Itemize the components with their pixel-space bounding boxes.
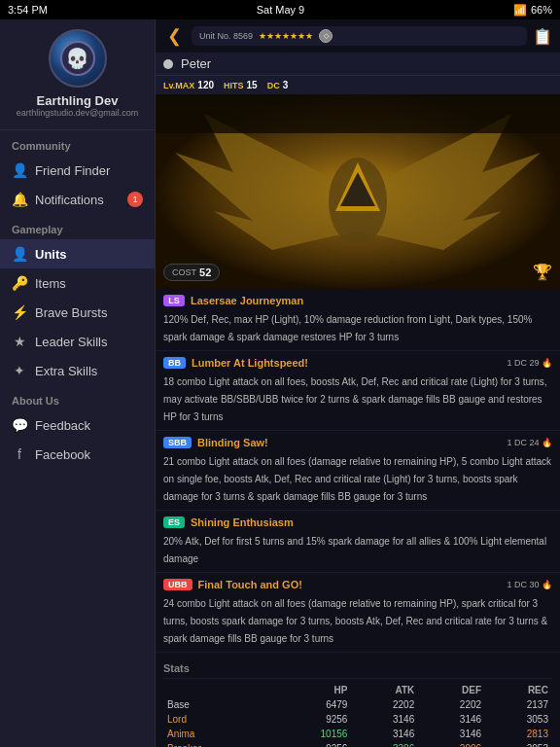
- status-time: 3:54 PM: [8, 4, 48, 16]
- feedback-icon: 💬: [12, 417, 27, 433]
- sidebar-item-brave-bursts[interactable]: ⚡ Brave Bursts: [0, 298, 155, 327]
- top-bar: ❮ Unit No. 8569 ★★★★★★★ ◇ 📋: [156, 19, 560, 53]
- col-type: [163, 683, 272, 697]
- profile-name: Earthling Dev: [37, 93, 119, 108]
- sidebar-item-notifications[interactable]: 🔔 Notifications 1: [0, 185, 155, 214]
- wifi-icon: 📶: [513, 4, 527, 17]
- unit-stars: ★★★★★★★: [259, 31, 313, 41]
- person-icon: 👤: [12, 162, 27, 178]
- stats-title: Stats: [163, 658, 552, 679]
- skill-badge-ls: LS: [163, 295, 185, 306]
- stat-lv: Lv.MAX 120: [163, 80, 214, 90]
- sidebar-item-label: Facebook: [35, 447, 90, 462]
- sidebar: 💀 Earthling Dev earthlingstudio.dev@gmai…: [0, 0, 156, 747]
- extra-icon: ✦: [12, 363, 27, 378]
- cost-badge: COST 52: [163, 264, 220, 281]
- sidebar-item-units[interactable]: 👤 Units: [0, 239, 155, 268]
- col-hp: HP: [272, 683, 352, 697]
- table-row: Base6479220222022137: [163, 697, 552, 712]
- col-rec: REC: [485, 683, 552, 697]
- sidebar-item-items[interactable]: 🔑 Items: [0, 268, 155, 298]
- skill-dc-bb: 1 DC 29 🔥: [507, 358, 552, 368]
- cost-label: COST: [172, 267, 196, 277]
- facebook-icon: f: [12, 446, 27, 462]
- skill-name-bb: Lumber At Lightspeed!: [192, 357, 501, 369]
- bell-icon: 🔔: [12, 192, 27, 207]
- dc-value: 3: [283, 80, 289, 90]
- unit-header: Peter: [156, 53, 560, 76]
- lv-value: 120: [197, 80, 214, 90]
- skill-badge-es: ES: [163, 516, 185, 528]
- stat-hits: HITS 15: [224, 80, 258, 90]
- table-row: Anima10156314631462813: [163, 727, 552, 741]
- profile-email: earthlingstudio.dev@gmail.com: [17, 108, 139, 118]
- arena-icon: 🏆: [533, 263, 552, 281]
- skill-name-sbb: Blinding Saw!: [197, 437, 501, 448]
- sidebar-item-label: Friend Finder: [35, 163, 110, 178]
- sidebar-item-label: Notifications: [35, 193, 104, 207]
- rarity-icon: ◇: [319, 29, 332, 43]
- skill-name-es: Shining Enthusiasm: [191, 516, 552, 528]
- sidebar-item-facebook[interactable]: f Facebook: [0, 440, 155, 469]
- table-row: Breaker9256338629063053: [163, 741, 552, 747]
- sidebar-item-label: Extra Skills: [35, 364, 97, 378]
- leader-icon: ★: [12, 334, 27, 349]
- hits-label: HITS: [224, 81, 244, 90]
- sidebar-item-label: Items: [35, 276, 66, 291]
- skill-desc-ubb: 24 combo Light attack on all foes (damag…: [163, 598, 547, 644]
- skill-badge-sbb: SBB: [163, 437, 192, 448]
- menu-icon[interactable]: 📋: [533, 27, 552, 46]
- skill-row-bb: BB Lumber At Lightspeed! 1 DC 29 🔥 18 co…: [156, 351, 560, 431]
- section-about: About Us: [0, 385, 155, 410]
- section-community: Community: [0, 130, 155, 156]
- skill-dc-sbb: 1 DC 24 🔥: [507, 438, 552, 447]
- sidebar-item-feedback[interactable]: 💬 Feedback: [0, 410, 155, 440]
- stats-section: Stats HP ATK DEF REC Base647922022202213…: [156, 653, 560, 747]
- avatar-icon: 💀: [65, 47, 89, 70]
- skill-dc-ubb: 1 DC 30 🔥: [507, 580, 552, 589]
- status-day: Sat May 9: [257, 4, 305, 16]
- skill-name-ubb: Final Touch and GO!: [198, 579, 502, 590]
- stat-dc: DC 3: [267, 80, 289, 90]
- sidebar-item-friend-finder[interactable]: 👤 Friend Finder: [0, 156, 155, 185]
- items-icon: 🔑: [12, 275, 27, 291]
- sidebar-item-label: Leader Skills: [35, 335, 107, 349]
- unit-stats-bar: Lv.MAX 120 HITS 15 DC 3: [156, 76, 560, 94]
- stats-table: HP ATK DEF REC Base6479220222022137Lord9…: [163, 683, 552, 747]
- burst-icon: ⚡: [12, 304, 27, 320]
- sidebar-item-label: Brave Bursts: [35, 305, 107, 320]
- skill-badge-ubb: UBB: [163, 579, 192, 590]
- sidebar-profile: 💀 Earthling Dev earthlingstudio.dev@gmai…: [0, 19, 155, 130]
- hits-value: 15: [247, 80, 258, 90]
- skill-row-ubb: UBB Final Touch and GO! 1 DC 30 🔥 24 com…: [156, 573, 560, 653]
- col-def: DEF: [418, 683, 485, 697]
- avatar: 💀: [49, 29, 107, 88]
- cost-value: 52: [199, 267, 211, 278]
- skill-desc-sbb: 21 combo Light attack on all foes (damag…: [163, 456, 551, 502]
- element-dot: [163, 59, 173, 69]
- sidebar-item-extra-skills[interactable]: ✦ Extra Skills: [0, 356, 155, 385]
- svg-rect-4: [156, 94, 560, 133]
- unit-no-label: Unit No. 8569: [199, 31, 253, 41]
- battery-level: 66%: [531, 4, 552, 16]
- table-row: Lord9256314631463053: [163, 712, 552, 727]
- unit-name: Peter: [181, 56, 211, 71]
- skill-desc-ls: 120% Def, Rec, max HP (Light), 10% damag…: [163, 314, 532, 342]
- sidebar-item-label: Feedback: [35, 418, 90, 433]
- skill-row-es: ES Shining Enthusiasm 20% Atk, Def for f…: [156, 511, 560, 573]
- status-bar: 3:54 PM Sat May 9 📶 66%: [0, 0, 560, 19]
- units-icon: 👤: [12, 246, 27, 262]
- lv-label: Lv.MAX: [163, 81, 194, 90]
- skill-row-ls: LS Lasersae Journeyman 120% Def, Rec, ma…: [156, 289, 560, 351]
- skills-section: LS Lasersae Journeyman 120% Def, Rec, ma…: [156, 289, 560, 653]
- col-atk: ATK: [351, 683, 418, 697]
- sidebar-item-leader-skills[interactable]: ★ Leader Skills: [0, 327, 155, 356]
- section-gameplay: Gameplay: [0, 214, 155, 239]
- notification-badge: 1: [127, 192, 143, 207]
- dc-label: DC: [267, 81, 280, 90]
- skill-desc-es: 20% Atk, Def for first 5 turns and 15% s…: [163, 536, 546, 564]
- back-button[interactable]: ❮: [163, 23, 186, 49]
- skill-row-sbb: SBB Blinding Saw! 1 DC 24 🔥 21 combo Lig…: [156, 431, 560, 511]
- hero-svg: [156, 94, 560, 289]
- skill-name-ls: Lasersae Journeyman: [191, 295, 552, 306]
